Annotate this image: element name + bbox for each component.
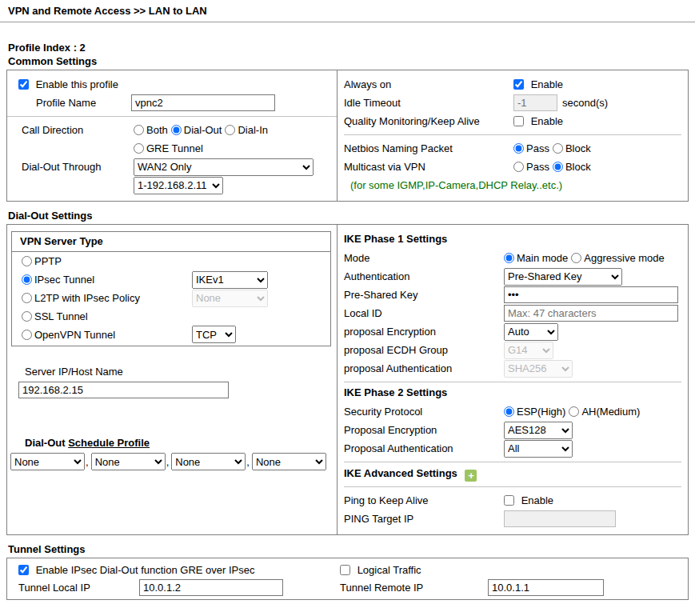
- schedule-select-3[interactable]: None: [171, 453, 246, 470]
- multicast-pass-radio[interactable]: [513, 162, 524, 172]
- netbios-pass-radio[interactable]: [513, 143, 524, 154]
- common-right-divider: [344, 134, 681, 135]
- tunnel-remote-ip-input[interactable]: [488, 579, 604, 596]
- proposal-encryption-select[interactable]: Auto: [504, 323, 558, 341]
- ike-mode-label: Mode: [344, 252, 504, 264]
- quality-monitoring-label: Quality Monitoring/Keep Alive: [344, 115, 513, 127]
- quality-monitoring-option[interactable]: Enable: [513, 115, 563, 127]
- dial-out-through-select[interactable]: WAN2 Only: [134, 158, 314, 176]
- enable-profile-option[interactable]: Enable this profile: [18, 78, 118, 90]
- proposal-ecdh-label: proposal ECDH Group: [344, 344, 504, 356]
- server-ip-label: Server IP/Host Name: [25, 366, 337, 378]
- ike-mode-aggressive-option[interactable]: Aggressive mode: [571, 252, 664, 264]
- ike-auth-select[interactable]: Pre-Shared Key: [504, 268, 622, 286]
- profile-name-row: Profile Name: [7, 94, 337, 112]
- ping-target-row: PING Target IP: [344, 510, 681, 528]
- gre-tunnel-row: GRE Tunnel: [7, 139, 337, 158]
- vpn-type-pptp-row: PPTP: [12, 252, 330, 270]
- ike-phase1-title: IKE Phase 1 Settings: [344, 233, 681, 245]
- local-id-input[interactable]: [504, 305, 678, 322]
- openvpn-protocol-select[interactable]: TCP: [192, 326, 236, 343]
- always-on-row: Always on Enable: [344, 75, 681, 94]
- tunnel-local-ip-label: Tunnel Local IP: [18, 582, 139, 594]
- security-protocol-ah-option[interactable]: AH(Medium): [569, 406, 640, 418]
- always-on-option[interactable]: Enable: [513, 78, 563, 90]
- call-direction-gre-radio[interactable]: [134, 143, 144, 154]
- vpn-type-l2tp-radio[interactable]: [22, 293, 32, 303]
- tunnel-settings-box: Enable IPsec Dial-Out function GRE over …: [6, 558, 689, 600]
- netbios-block-radio[interactable]: [553, 143, 563, 154]
- pre-shared-key-row: Pre-Shared Key: [344, 286, 681, 304]
- phase2-encryption-select[interactable]: AES128: [504, 422, 573, 439]
- pre-shared-key-label: Pre-Shared Key: [344, 289, 504, 301]
- ping-target-label: PING Target IP: [344, 513, 504, 525]
- vpn-type-ssl-row: SSL Tunnel: [12, 307, 330, 326]
- idle-timeout-input: [513, 94, 557, 111]
- call-direction-dialout-radio[interactable]: [171, 125, 182, 135]
- logical-traffic-checkbox[interactable]: [340, 565, 350, 575]
- vpn-type-ipsec-radio[interactable]: [22, 274, 32, 285]
- ike-advanced-title-row: IKE Advanced Settings +: [344, 467, 681, 482]
- ping-keep-alive-checkbox[interactable]: [504, 495, 514, 506]
- tunnel-enable-row: Enable IPsec Dial-Out function GRE over …: [7, 561, 688, 578]
- vpn-type-ipsec-option[interactable]: IPsec Tunnel: [22, 274, 94, 286]
- phase2-auth-select[interactable]: All: [504, 440, 573, 458]
- security-protocol-esp-option[interactable]: ESP(High): [504, 406, 565, 418]
- profile-name-input[interactable]: [131, 94, 275, 111]
- call-direction-row: Call Direction Both Dial-Out Dial-In: [7, 121, 337, 139]
- vpn-type-ssl-radio[interactable]: [22, 311, 32, 322]
- ping-keep-alive-option[interactable]: Enable: [504, 494, 553, 506]
- call-direction-both-radio[interactable]: [134, 125, 144, 135]
- netbios-pass-option[interactable]: Pass: [513, 142, 549, 154]
- security-protocol-esp-radio[interactable]: [504, 406, 514, 417]
- netbios-block-option[interactable]: Block: [553, 142, 591, 154]
- always-on-label: Always on: [344, 78, 513, 90]
- common-left-divider: [7, 116, 337, 117]
- idle-timeout-row: Idle Timeout second(s): [344, 94, 681, 112]
- quality-monitoring-checkbox[interactable]: [513, 116, 524, 126]
- enable-profile-checkbox[interactable]: [18, 79, 29, 90]
- ike-mode-main-radio[interactable]: [504, 253, 514, 263]
- multicast-block-option[interactable]: Block: [553, 161, 591, 173]
- logical-traffic-option[interactable]: Logical Traffic: [340, 564, 421, 576]
- schedule-select-2[interactable]: None: [91, 453, 166, 470]
- tunnel-local-ip-input[interactable]: [139, 579, 283, 596]
- ike-mode-main-option[interactable]: Main mode: [504, 252, 568, 264]
- call-direction-dialout-option[interactable]: Dial-Out: [171, 124, 222, 136]
- call-direction-dialin-radio[interactable]: [225, 125, 235, 135]
- ping-keep-alive-row: Ping to Keep Alive Enable: [344, 491, 681, 510]
- vpn-server-type-title: VPN Server Type: [12, 232, 330, 252]
- schedule-select-4[interactable]: None: [252, 453, 326, 470]
- multicast-block-radio[interactable]: [553, 162, 563, 172]
- vpn-type-pptp-radio[interactable]: [22, 256, 32, 266]
- vpn-type-openvpn-option[interactable]: OpenVPN Tunnel: [22, 329, 115, 341]
- call-direction-both-option[interactable]: Both: [134, 124, 168, 136]
- vpn-type-openvpn-radio[interactable]: [22, 330, 32, 340]
- schedule-profile-link[interactable]: Schedule Profile: [68, 437, 150, 449]
- ike-advanced-expand-icon[interactable]: +: [465, 470, 477, 482]
- enable-gre-checkbox[interactable]: [18, 565, 29, 575]
- security-protocol-label: Security Protocol: [344, 406, 504, 418]
- vpn-type-ipsec-row: IPsec Tunnel IKEv1: [12, 270, 330, 289]
- proposal-encryption-row: proposal Encryption Auto: [344, 322, 681, 341]
- multicast-pass-option[interactable]: Pass: [513, 161, 549, 173]
- vpn-type-l2tp-option[interactable]: L2TP with IPsec Policy: [22, 292, 140, 304]
- call-direction-dialin-option[interactable]: Dial-In: [225, 124, 268, 136]
- pre-shared-key-input[interactable]: [504, 286, 678, 303]
- local-id-label: Local ID: [344, 307, 504, 319]
- phase2-encryption-row: Proposal Encryption AES128: [344, 421, 681, 439]
- multicast-note: (for some IGMP,IP-Camera,DHCP Relay..etc…: [344, 176, 681, 194]
- enable-gre-option[interactable]: Enable IPsec Dial-Out function GRE over …: [18, 564, 254, 576]
- security-protocol-ah-radio[interactable]: [569, 406, 579, 417]
- ike-version-select[interactable]: IKEv1: [192, 271, 268, 289]
- dial-out-left: VPN Server Type PPTP IPsec Tunnel IKEv1: [7, 225, 337, 534]
- call-direction-gre-option[interactable]: GRE Tunnel: [134, 142, 203, 154]
- vpn-type-pptp-option[interactable]: PPTP: [22, 255, 62, 267]
- always-on-checkbox[interactable]: [513, 79, 524, 90]
- schedule-select-1[interactable]: None: [10, 453, 85, 470]
- ike-mode-aggressive-radio[interactable]: [571, 253, 581, 263]
- server-ip-input[interactable]: [18, 382, 229, 398]
- dial-out-through-row: Dial-Out Through WAN2 Only: [7, 158, 337, 176]
- wan-ip-select[interactable]: 1-192.168.2.11: [134, 177, 223, 194]
- vpn-type-ssl-option[interactable]: SSL Tunnel: [22, 310, 88, 322]
